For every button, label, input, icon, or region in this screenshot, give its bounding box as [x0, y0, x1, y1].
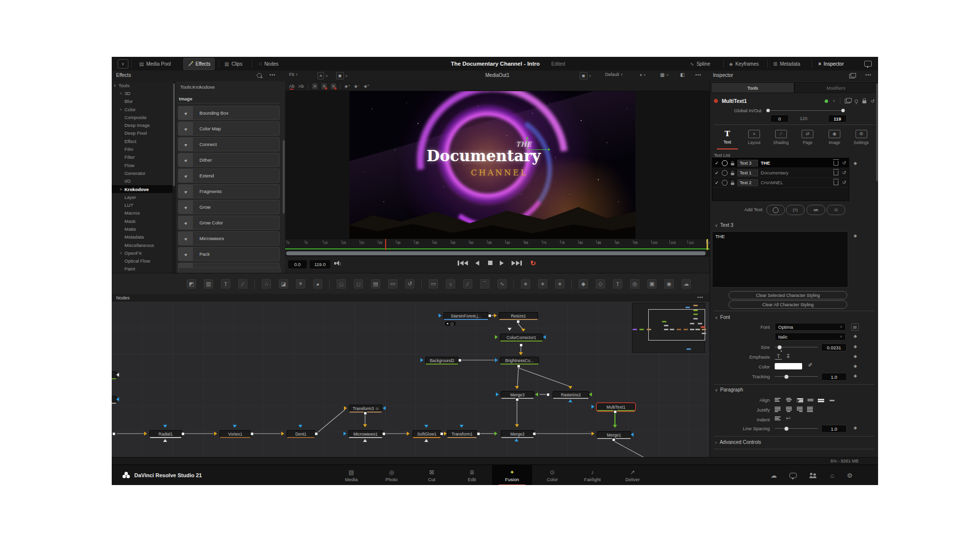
krokodove-tool-item[interactable]: ► Extend	[178, 169, 280, 183]
copy-settings-icon[interactable]	[845, 99, 850, 103]
nodes-button[interactable]: ∷ Nodes	[259, 57, 278, 71]
text-style-a-icon[interactable]: Ab	[289, 84, 294, 89]
cloud-icon[interactable]: ☁	[770, 472, 777, 479]
keyframe-diamond[interactable]: ◆	[854, 373, 857, 378]
fusion-tool-icon[interactable]: ↺	[405, 279, 415, 289]
node-input-arrow[interactable]	[424, 439, 428, 442]
add-follower-button[interactable]: ab	[807, 205, 825, 215]
keyframe-diamond[interactable]: ◆	[854, 354, 857, 359]
node-output-port[interactable]	[533, 432, 536, 436]
node-output-port[interactable]	[488, 314, 491, 317]
fusion-node-transform1[interactable]: Transform1	[447, 430, 477, 438]
fusion-node-merge2[interactable]: Merge2	[501, 430, 534, 438]
justify-last-center-icon[interactable]	[785, 407, 792, 412]
inspector-section-tab[interactable]: ∕ Shading	[767, 125, 794, 149]
fusion-tool-icon[interactable]: ∗	[538, 279, 547, 289]
font-style-dropdown[interactable]: Italic∨	[775, 333, 846, 341]
viewer-view-dropdown[interactable]: ▣∨	[580, 72, 591, 79]
node-input-arrow[interactable]	[344, 406, 347, 410]
advanced-controls-header[interactable]: >Advanced Controls	[715, 439, 761, 445]
clips-button[interactable]: ▥ Clips	[224, 57, 243, 71]
fusion-tool-icon[interactable]: ☁	[682, 279, 691, 289]
viewer-proxy-dropdown[interactable]: ▣∨	[336, 72, 348, 79]
keyframes-button[interactable]: ◈ Keyframes	[729, 57, 759, 71]
node-input-arrow[interactable]	[631, 433, 634, 437]
char-style-tool-icon[interactable]: a	[321, 83, 327, 89]
reset-text-icon[interactable]: ↺	[842, 180, 846, 185]
viewer-canvas[interactable]: THE Documentary CHANNEL	[285, 91, 710, 239]
node-input-arrow[interactable]	[568, 399, 572, 402]
fusion-tool-icon[interactable]: □	[337, 279, 346, 289]
effects-tree-item[interactable]: Filter	[112, 153, 172, 161]
effects-tree-item[interactable]: LUT	[112, 201, 172, 209]
inspector-scrollbar[interactable]	[876, 83, 878, 181]
text-color-swatch[interactable]	[775, 363, 802, 369]
effects-tree-item[interactable]: Metadata	[112, 233, 172, 241]
node-output-port[interactable]	[315, 432, 318, 436]
playhead[interactable]	[385, 239, 386, 250]
effects-tree-item[interactable]: Generator	[112, 169, 172, 177]
keyframe-prev-icon[interactable]: ◈⁺	[344, 84, 350, 89]
effects-tree-item[interactable]: Optical Flow	[112, 257, 172, 265]
keyframe-diamond[interactable]: ◆	[854, 364, 857, 368]
node-output-port[interactable]	[613, 410, 617, 414]
node-input-arrow[interactable]	[363, 439, 367, 442]
node-output-port[interactable]	[382, 432, 386, 436]
effects-tree-item[interactable]: Blur	[112, 97, 172, 105]
go-to-end-button[interactable]	[512, 261, 522, 266]
effects-tree-item[interactable]: Film	[112, 145, 172, 153]
fusion-tool-icon[interactable]: ∴	[262, 279, 271, 289]
node-input-arrow[interactable]	[233, 425, 237, 428]
effects-tree-item[interactable]: Layer	[112, 193, 172, 201]
text-value[interactable]: CHANNEL	[761, 180, 831, 185]
node-output-port[interactable]	[458, 359, 462, 362]
justify-last-right-icon[interactable]	[796, 407, 803, 412]
nodes-options-menu[interactable]: •••	[697, 295, 703, 300]
fusion-node-colorcorrector1[interactable]: ColorCorrector1	[500, 334, 543, 341]
effects-tree-item[interactable]: Paint	[112, 265, 172, 273]
node-input-arrow[interactable]	[116, 397, 119, 401]
align-left-icon[interactable]	[775, 398, 781, 402]
stop-button[interactable]	[488, 261, 492, 265]
align-bottom-icon[interactable]	[829, 400, 835, 401]
effects-tree-item[interactable]: Macros	[112, 209, 172, 217]
page-tab[interactable]: ✦ Fusion	[492, 465, 532, 485]
text-follower-icon[interactable]	[722, 160, 728, 166]
text-follower-icon[interactable]	[722, 180, 728, 186]
fusion-tool-icon[interactable]: ◆	[579, 279, 588, 289]
node-input-arrow[interactable]	[460, 425, 464, 428]
page-tab[interactable]: ♪ Fairlight	[572, 465, 612, 485]
strikethrough-icon[interactable]: T	[784, 353, 792, 360]
krokodove-tool-item[interactable]: ► Grow	[178, 200, 280, 214]
inspector-tab-tools[interactable]: Tools	[711, 82, 794, 93]
node-input-arrow[interactable]	[281, 432, 284, 436]
fusion-node-resize1[interactable]: Resize1	[499, 312, 538, 320]
node-input-arrow[interactable]	[543, 335, 546, 339]
viewer-image[interactable]: THE Documentary CHANNEL	[349, 91, 636, 239]
reset-text-icon[interactable]: ↺	[842, 170, 846, 175]
text-visible-checkbox[interactable]: ✓	[715, 180, 719, 185]
text-lock-icon[interactable]	[731, 182, 734, 185]
node-input-arrow[interactable]	[163, 439, 167, 442]
effects-tree-item[interactable]: Deep Image	[112, 121, 172, 129]
reset-text-icon[interactable]: ↺	[842, 160, 846, 166]
fusion-node-vortex1[interactable]: Vortex1	[220, 430, 251, 438]
text-visible-checkbox[interactable]: ✓	[715, 161, 719, 166]
viewer-lut-dropdown[interactable]: Default∨	[605, 72, 623, 77]
add-text-button[interactable]	[766, 205, 785, 215]
text-list-row[interactable]: ✓ Text 3 THE ↺	[712, 158, 849, 168]
node-input-arrow[interactable]	[508, 328, 512, 331]
krokodove-tool-item[interactable]: ► Color Map	[178, 122, 280, 136]
size-field[interactable]: 0.0231	[821, 343, 847, 351]
delete-text-icon[interactable]	[833, 161, 838, 166]
effects-tree-item[interactable]: ∨ Tools	[112, 81, 172, 89]
inspector-tab-modifiers[interactable]: Modifiers	[794, 82, 878, 93]
text3-input[interactable]: THE	[712, 231, 848, 288]
text-value[interactable]: Documentary	[761, 170, 831, 175]
node-input-arrow[interactable]	[420, 358, 423, 362]
inspector-section-tab[interactable]: ≡ Layout	[741, 125, 768, 149]
keyframe-diamond[interactable]: ◆	[854, 425, 857, 430]
fusion-node-softglow1[interactable]: SoftGlow1	[413, 430, 441, 438]
fusion-tool-icon[interactable]: ●	[313, 279, 322, 289]
text3-section-header[interactable]: ∨Text 3	[715, 222, 734, 228]
